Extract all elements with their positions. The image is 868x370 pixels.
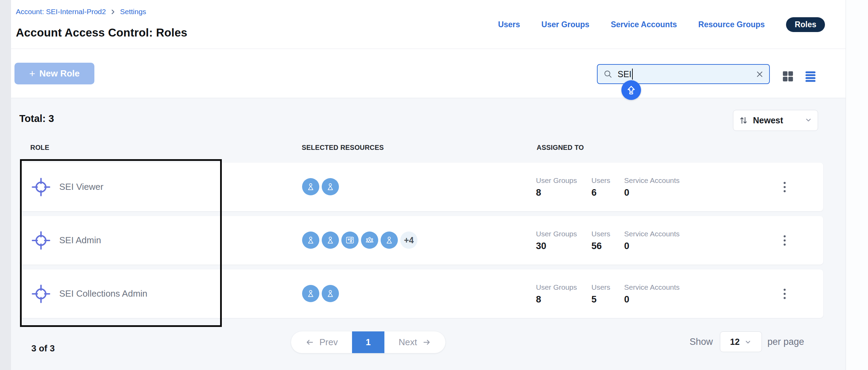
tab-service-accounts[interactable]: Service Accounts bbox=[611, 20, 677, 29]
arrow-right-icon bbox=[422, 338, 431, 347]
assigned-user-groups: User Groups8 bbox=[536, 283, 577, 305]
plus-icon: + bbox=[29, 69, 35, 79]
page-header: Account: SEI-Internal-Prod2 Settings Acc… bbox=[11, 0, 846, 49]
page: Account: SEI-Internal-Prod2 Settings Acc… bbox=[0, 0, 868, 370]
show-label: Show bbox=[690, 337, 713, 347]
sort-dropdown[interactable]: Newest bbox=[733, 110, 818, 131]
resource-avatar-collection bbox=[341, 232, 359, 249]
role-row[interactable]: SEI Admin+4User Groups30Users56Service A… bbox=[20, 216, 823, 265]
user-icon bbox=[326, 289, 335, 298]
prev-page-button[interactable]: Prev bbox=[291, 331, 352, 353]
header-role: ROLE bbox=[30, 144, 49, 152]
role-target-icon bbox=[31, 284, 51, 304]
role-cell: SEI Admin bbox=[31, 216, 101, 265]
toolbar: + New Role SEI bbox=[11, 49, 846, 98]
total-count: Total: 3 bbox=[19, 113, 54, 124]
page-number-active[interactable]: 1 bbox=[352, 331, 384, 353]
role-target-icon bbox=[31, 230, 51, 250]
assigned-service-accounts: Service Accounts0 bbox=[624, 176, 680, 198]
resource-avatar-user bbox=[302, 178, 319, 195]
header-selected-resources: SELECTED RESOURCES bbox=[302, 144, 384, 152]
role-target-icon bbox=[31, 177, 51, 197]
next-label: Next bbox=[399, 337, 417, 348]
selected-resources bbox=[302, 178, 339, 195]
user-icon bbox=[306, 235, 316, 245]
resource-avatar-user bbox=[322, 178, 339, 195]
shift-icon bbox=[626, 85, 637, 95]
new-role-button[interactable]: + New Role bbox=[14, 63, 94, 84]
top-nav: Users User Groups Service Accounts Resou… bbox=[498, 17, 825, 32]
search-input[interactable]: SEI bbox=[597, 64, 770, 84]
tab-roles-active[interactable]: Roles bbox=[786, 17, 825, 32]
assigned-service-accounts: Service Accounts0 bbox=[624, 230, 680, 251]
breadcrumb-chevron-icon bbox=[110, 9, 116, 15]
user-icon bbox=[326, 182, 335, 192]
search-icon bbox=[603, 69, 613, 79]
row-menu-button[interactable] bbox=[781, 286, 788, 302]
resource-overflow-badge: +4 bbox=[400, 232, 417, 249]
resource-avatar-user bbox=[302, 285, 319, 302]
sort-arrows-icon bbox=[739, 116, 748, 125]
assigned-users: Users5 bbox=[591, 283, 610, 305]
role-target-icon bbox=[31, 177, 51, 197]
user-icon bbox=[306, 182, 316, 192]
clear-search-button[interactable] bbox=[756, 70, 764, 78]
assigned-user-groups: User Groups8 bbox=[536, 176, 577, 198]
assigned-users: Users6 bbox=[591, 176, 610, 198]
next-page-button[interactable]: Next bbox=[384, 331, 445, 353]
list-view-icon[interactable] bbox=[804, 70, 817, 83]
sort-value: Newest bbox=[753, 115, 783, 125]
role-target-icon bbox=[31, 230, 51, 250]
resource-avatar-user bbox=[322, 232, 339, 249]
chevron-down-icon bbox=[805, 116, 812, 125]
user-group-icon bbox=[364, 235, 375, 245]
grid-view-icon[interactable] bbox=[781, 70, 795, 83]
shift-key-indicator bbox=[621, 80, 641, 100]
role-cell: SEI Viewer bbox=[31, 163, 103, 211]
results-count: 3 of 3 bbox=[31, 343, 55, 354]
text-cursor bbox=[632, 69, 633, 80]
role-name: SEI Collections Admin bbox=[59, 288, 147, 299]
page-title: Account Access Control: Roles bbox=[16, 26, 187, 39]
page-size-value: 12 bbox=[730, 337, 740, 347]
content-panel: Account: SEI-Internal-Prod2 Settings Acc… bbox=[11, 0, 846, 370]
roles-list: SEI ViewerUser Groups8Users6Service Acco… bbox=[20, 163, 823, 323]
role-target-icon bbox=[31, 284, 51, 304]
user-icon bbox=[384, 235, 394, 245]
collection-icon bbox=[345, 235, 355, 245]
role-row[interactable]: SEI ViewerUser Groups8Users6Service Acco… bbox=[20, 163, 823, 211]
header-assigned-to: ASSIGNED TO bbox=[537, 144, 584, 152]
user-icon bbox=[306, 289, 316, 298]
tab-users[interactable]: Users bbox=[498, 20, 520, 29]
role-name: SEI Viewer bbox=[59, 182, 103, 192]
arrow-left-icon bbox=[305, 338, 314, 347]
per-page-label: per page bbox=[767, 337, 804, 347]
tab-resource-groups[interactable]: Resource Groups bbox=[698, 20, 765, 29]
assigned-users: Users56 bbox=[591, 230, 610, 251]
prev-label: Prev bbox=[319, 337, 338, 348]
breadcrumb-settings-link[interactable]: Settings bbox=[120, 8, 146, 16]
resource-avatar-user bbox=[322, 285, 339, 302]
tab-user-groups[interactable]: User Groups bbox=[541, 20, 589, 29]
role-row[interactable]: SEI Collections AdminUser Groups8Users5S… bbox=[20, 269, 823, 318]
row-menu-button[interactable] bbox=[781, 233, 788, 248]
selected-resources bbox=[302, 285, 339, 302]
selected-resources: +4 bbox=[302, 232, 417, 249]
role-name: SEI Admin bbox=[59, 235, 101, 246]
view-toggle bbox=[781, 70, 817, 83]
breadcrumb: Account: SEI-Internal-Prod2 Settings bbox=[16, 8, 146, 16]
chevron-down-icon bbox=[744, 338, 752, 346]
resource-avatar-user bbox=[302, 232, 319, 249]
resource-avatar-group bbox=[361, 232, 378, 249]
role-cell: SEI Collections Admin bbox=[31, 269, 147, 318]
search-value: SEI bbox=[618, 69, 631, 79]
new-role-label: New Role bbox=[39, 68, 80, 79]
row-menu-button[interactable] bbox=[781, 179, 788, 195]
page-size-dropdown[interactable]: 12 bbox=[720, 331, 762, 352]
breadcrumb-account-link[interactable]: Account: SEI-Internal-Prod2 bbox=[16, 8, 106, 16]
user-icon bbox=[326, 235, 335, 245]
pagination: Prev 1 Next bbox=[291, 331, 445, 353]
assigned-user-groups: User Groups30 bbox=[536, 230, 577, 251]
assigned-service-accounts: Service Accounts0 bbox=[624, 283, 680, 305]
resource-avatar-user bbox=[381, 232, 398, 249]
